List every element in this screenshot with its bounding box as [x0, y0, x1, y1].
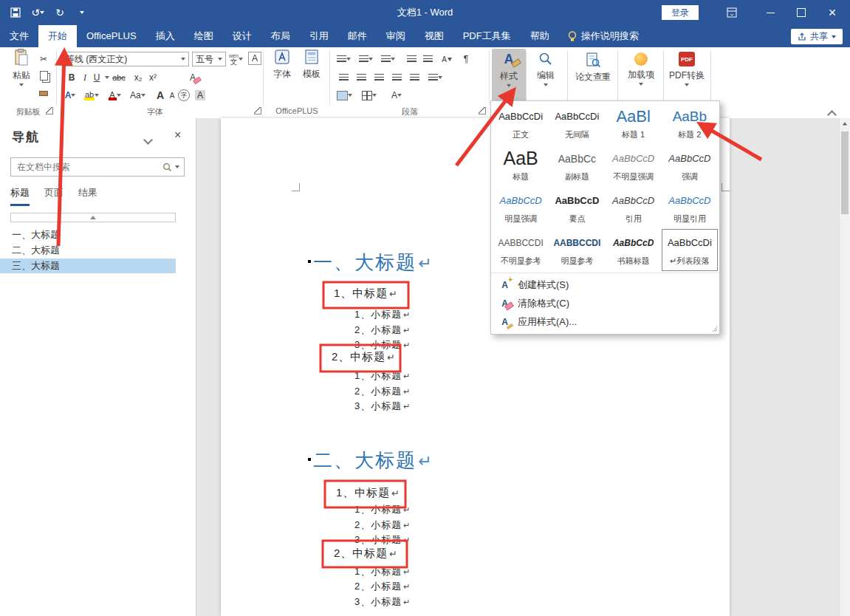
paste-button[interactable]: 粘贴 — [4, 49, 38, 105]
decrease-indent-button[interactable] — [405, 52, 418, 66]
style-item-quote[interactable]: AaBbCcD引用 — [606, 187, 662, 229]
enclose-characters-button[interactable]: 字 — [177, 88, 191, 103]
clear-formatting-button[interactable]: A — [186, 70, 199, 85]
bold-button[interactable]: B — [65, 70, 78, 85]
style-item-intense-quote[interactable]: AaBbCcD明显引用 — [662, 187, 718, 229]
tab-officeplus[interactable]: OfficePLUS — [77, 25, 146, 47]
style-item-normal[interactable]: AaBbCcDi正文 — [493, 103, 549, 145]
search-options-caret[interactable] — [175, 165, 179, 168]
nav-search-input[interactable] — [11, 162, 162, 172]
paper-check-button[interactable]: 论文查重 — [570, 49, 616, 105]
tab-references[interactable]: 引用 — [300, 25, 338, 47]
tab-mailings[interactable]: 邮件 — [338, 25, 377, 47]
style-item-subtitle[interactable]: AaBbCc副标题 — [549, 145, 605, 187]
multilevel-list-button[interactable] — [381, 52, 395, 66]
clipboard-dialog-launcher[interactable] — [46, 107, 53, 114]
style-item-subtle-emphasis[interactable]: AaBbCcD不明显强调 — [606, 145, 662, 187]
copy-button[interactable] — [37, 68, 50, 83]
nav-heading-item[interactable]: 一、大标题 — [0, 227, 176, 242]
numbering-button[interactable] — [359, 52, 373, 66]
tab-insert[interactable]: 插入 — [146, 25, 185, 47]
pdf-convert-button[interactable]: PDF PDF转换 — [665, 49, 709, 105]
tab-help[interactable]: 帮助 — [521, 25, 559, 47]
vertical-scrollbar[interactable] — [839, 118, 850, 616]
signin-button[interactable]: 登录 — [662, 5, 699, 20]
font-name-combo[interactable]: 等线 (西文正文) — [62, 52, 189, 66]
nav-tab-headings[interactable]: 标题 — [10, 186, 30, 206]
styles-button[interactable]: A 样式 — [492, 49, 526, 105]
asian-layout-button[interactable]: A — [390, 88, 403, 103]
scrollbar-thumb[interactable] — [841, 131, 849, 214]
style-item-book-title[interactable]: AaBbCcD书籍标题 — [606, 229, 662, 271]
character-border-button[interactable]: A — [248, 52, 261, 65]
borders-button[interactable] — [362, 88, 377, 103]
align-left-button[interactable] — [337, 70, 350, 85]
tab-pdf-tools[interactable]: PDF工具集 — [453, 25, 521, 47]
superscript-button[interactable]: x² — [146, 70, 160, 85]
tab-view[interactable]: 视图 — [415, 25, 453, 47]
highlight-button[interactable]: ab — [84, 88, 99, 103]
style-item-heading1[interactable]: AaBl标题 1 — [606, 103, 662, 145]
navigation-collapse-button[interactable] — [145, 133, 151, 146]
maximize-button[interactable] — [788, 0, 815, 25]
officeplus-font-button[interactable]: 字体 — [267, 49, 297, 105]
editing-button[interactable]: 编辑 — [529, 49, 563, 105]
align-center-button[interactable] — [354, 70, 368, 85]
style-item-intense-reference[interactable]: AABBCCDI明显参考 — [549, 229, 605, 271]
character-shading-button[interactable]: A — [193, 88, 207, 103]
share-button[interactable]: 共享 — [791, 29, 843, 44]
create-style-menu-item[interactable]: A+ 创建样式(S) — [491, 276, 719, 294]
nav-search-box[interactable] — [10, 157, 185, 177]
subscript-button[interactable]: x₂ — [131, 70, 145, 85]
font-dialog-launcher[interactable] — [254, 107, 261, 114]
nav-heading-item-selected[interactable]: 三、大标题 — [0, 259, 176, 273]
bullets-button[interactable] — [337, 52, 351, 66]
tab-file[interactable]: 文件 — [0, 25, 38, 47]
strikethrough-button[interactable]: abc — [112, 70, 126, 85]
clear-formatting-menu-item[interactable]: A 清除格式(C) — [491, 294, 719, 312]
show-hide-marks-button[interactable]: ¶ — [459, 52, 473, 66]
style-item-title[interactable]: AaB标题 — [493, 145, 549, 187]
text-effects-button[interactable]: A — [64, 88, 77, 103]
change-case-button[interactable]: Aa — [130, 88, 145, 103]
style-item-emphasis[interactable]: AaBbCcD强调 — [662, 145, 718, 187]
style-item-no-spacing[interactable]: AaBbCcDi无间隔 — [549, 103, 605, 145]
shading-button[interactable] — [337, 88, 352, 103]
tab-draw[interactable]: 绘图 — [185, 25, 223, 47]
navigation-close-button[interactable]: × — [174, 129, 181, 142]
format-painter-button[interactable] — [37, 86, 50, 100]
ribbon-display-options-button[interactable] — [723, 4, 741, 21]
style-item-intense-emphasis[interactable]: AaBbCcD明显强调 — [493, 187, 549, 229]
nav-heading-item[interactable]: 二、大标题 — [0, 243, 176, 258]
scroll-up-button[interactable] — [840, 118, 850, 129]
style-item-subtle-reference[interactable]: AABBCCDI不明显参考 — [493, 229, 549, 271]
back-to-top-button[interactable] — [10, 213, 176, 222]
minimize-button[interactable] — [757, 0, 784, 25]
phonetic-guide-button[interactable]: wén 文 — [229, 52, 243, 66]
tab-home[interactable]: 开始 — [38, 25, 77, 47]
tab-review[interactable]: 审阅 — [377, 25, 415, 47]
style-item-heading2[interactable]: AaBb标题 2 — [662, 103, 718, 145]
addin-button[interactable]: 加载项 — [620, 49, 662, 105]
style-item-strong[interactable]: AaBbCcD要点 — [549, 187, 605, 229]
font-size-combo[interactable]: 五号 — [192, 52, 226, 66]
align-right-button[interactable] — [372, 70, 385, 85]
tab-design[interactable]: 设计 — [223, 25, 261, 47]
officeplus-template-button[interactable]: 模板 — [297, 49, 326, 105]
apply-styles-menu-item[interactable]: A 应用样式(A)... — [491, 312, 719, 331]
font-color-button[interactable]: A — [108, 88, 121, 103]
nav-tab-results[interactable]: 结果 — [78, 186, 97, 206]
line-spacing-button[interactable] — [428, 70, 442, 85]
increase-indent-button[interactable] — [421, 52, 434, 66]
distribute-button[interactable] — [408, 70, 421, 85]
paragraph-dialog-launcher[interactable] — [479, 107, 486, 114]
sort-button[interactable]: A — [440, 52, 453, 66]
style-item-list-paragraph[interactable]: AaBbCcDi↵列表段落 — [662, 229, 718, 271]
justify-button[interactable] — [390, 70, 403, 85]
cut-button[interactable]: ✂ — [37, 52, 50, 66]
nav-tab-pages[interactable]: 页面 — [44, 186, 64, 206]
tell-me-search[interactable]: 操作说明搜索 — [559, 25, 648, 47]
close-button[interactable]: × — [819, 0, 846, 25]
panel-resize-grip[interactable] — [711, 326, 717, 332]
tab-layout[interactable]: 布局 — [261, 25, 300, 47]
